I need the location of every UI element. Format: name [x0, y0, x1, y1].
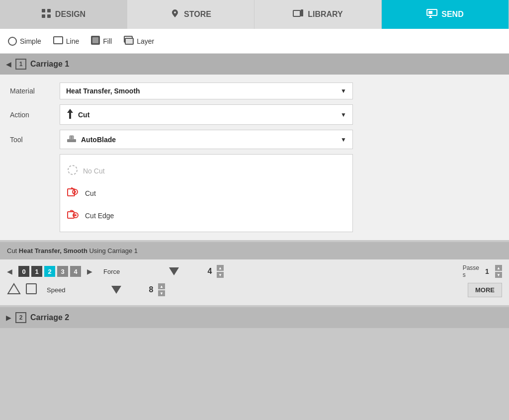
material-label: Material: [10, 87, 60, 95]
carriage2-header[interactable]: ▶ 2 Carriage 2: [0, 307, 509, 328]
nav-store-label: STORE: [184, 10, 211, 19]
tool-dropdown-arrow: ▼: [340, 136, 346, 143]
step-prev-arrow[interactable]: ◀: [7, 267, 12, 275]
carriage1-content: Material Heat Transfer, Smooth ▼ Action …: [0, 75, 509, 240]
action-dropdown-panel: No Cut Cut: [60, 154, 353, 232]
svg-rect-0: [42, 9, 45, 12]
speed-value: 8: [146, 285, 156, 294]
speed-slider[interactable]: [91, 286, 141, 294]
nav-send-label: SEND: [441, 10, 463, 19]
tool-value: AutoBlade: [81, 136, 116, 144]
material-row: Material Heat Transfer, Smooth ▼: [10, 83, 499, 99]
passes-value: 1: [482, 267, 492, 275]
subnav-line[interactable]: Line: [53, 36, 79, 46]
svg-point-22: [75, 214, 77, 216]
tool-select[interactable]: AutoBlade ▼: [60, 130, 353, 149]
material-value: Heat Transfer, Smooth: [66, 87, 140, 95]
carriage2-number: 2: [15, 312, 26, 323]
dropdown-cut[interactable]: Cut: [60, 182, 352, 204]
action-value: Cut: [78, 111, 89, 119]
passes-label: Passes: [463, 264, 479, 279]
force-label: Force: [103, 268, 143, 275]
passes-down-btn[interactable]: ▼: [495, 272, 502, 278]
force-slider[interactable]: [149, 267, 199, 275]
carriage1-header[interactable]: ◀ 1 Carriage 1: [0, 54, 509, 75]
nav-library[interactable]: LIBRARY: [254, 0, 382, 29]
action-dropdown-arrow: ▼: [340, 111, 346, 118]
store-icon: [170, 8, 180, 21]
svg-rect-24: [26, 284, 36, 294]
carriage1-number: 1: [15, 59, 26, 70]
step-4[interactable]: 4: [70, 266, 81, 277]
carriage2-title: Carriage 2: [30, 313, 69, 322]
more-button[interactable]: MORE: [468, 283, 502, 297]
circle-icon: [8, 37, 17, 46]
layer-icon: [124, 36, 134, 46]
svg-rect-1: [47, 9, 51, 12]
status-bold: Heat Transfer, Smooth: [19, 247, 87, 254]
carriage1-title: Carriage 1: [30, 60, 69, 69]
status-prefix: Cut: [7, 247, 19, 254]
action-label: Action: [10, 111, 60, 119]
top-nav: DESIGN STORE LIBRARY: [0, 0, 509, 29]
dropdown-no-cut[interactable]: No Cut: [60, 160, 352, 182]
step-display: 0 1 2 3 4: [18, 266, 81, 277]
controls-top-row: ◀ 0 1 2 3 4 ▶ Force 4 ▲ ▼: [7, 264, 502, 279]
step-next-arrow[interactable]: ▶: [87, 267, 92, 275]
force-value-box: 4 ▲ ▼: [205, 265, 224, 278]
svg-marker-23: [8, 284, 20, 294]
fill-icon: [91, 36, 100, 46]
action-select[interactable]: Cut ▼: [60, 104, 353, 125]
material-dropdown-arrow: ▼: [340, 87, 346, 94]
carriage2-expand-arrow: ▶: [6, 314, 11, 322]
passes-group: Passes 1 ▲ ▼: [463, 264, 502, 279]
nav-store[interactable]: STORE: [127, 0, 254, 29]
nav-send[interactable]: SEND: [382, 0, 509, 29]
tool-label: Tool: [10, 136, 60, 144]
passes-spin: ▲ ▼: [495, 265, 502, 278]
svg-rect-12: [125, 38, 133, 44]
svg-rect-5: [301, 9, 303, 16]
grid-icon: [41, 8, 51, 21]
force-spin: ▲ ▼: [217, 265, 224, 278]
subnav-simple[interactable]: Simple: [8, 37, 41, 46]
subnav-layer-label: Layer: [137, 37, 154, 45]
speed-down-btn[interactable]: ▼: [158, 290, 165, 296]
dropdown-cut-edge[interactable]: Cut Edge: [60, 204, 352, 227]
force-slider-handle[interactable]: [169, 267, 179, 275]
speed-value-box: 8 ▲ ▼: [146, 283, 165, 296]
nav-design[interactable]: DESIGN: [0, 0, 127, 29]
no-cut-icon: [67, 165, 78, 177]
cut-edge-icon: [67, 209, 80, 222]
force-value: 4: [205, 267, 215, 276]
step-1[interactable]: 1: [31, 266, 42, 277]
svg-rect-3: [47, 14, 51, 18]
subnav-line-label: Line: [66, 37, 79, 45]
tool-row: Tool AutoBlade ▼: [10, 130, 499, 149]
subnav-fill[interactable]: Fill: [91, 36, 112, 46]
force-up-btn[interactable]: ▲: [217, 265, 224, 271]
status-bar: Cut Heat Transfer, Smooth Using Carriage…: [0, 242, 509, 259]
action-row: Action Cut ▼: [10, 104, 499, 125]
cut-label: Cut: [85, 189, 96, 197]
speed-slider-handle[interactable]: [111, 286, 121, 294]
force-down-btn[interactable]: ▼: [217, 272, 224, 278]
step-3[interactable]: 3: [57, 266, 68, 277]
app-container: DESIGN STORE LIBRARY: [0, 0, 509, 420]
subnav-layer[interactable]: Layer: [124, 36, 154, 46]
speed-spin: ▲ ▼: [158, 283, 165, 296]
svg-rect-8: [54, 37, 63, 44]
speed-up-btn[interactable]: ▲: [158, 283, 165, 289]
svg-point-19: [74, 191, 76, 193]
step-0[interactable]: 0: [18, 266, 29, 277]
nav-design-label: DESIGN: [55, 10, 85, 19]
material-select[interactable]: Heat Transfer, Smooth ▼: [60, 83, 353, 99]
step-2[interactable]: 2: [44, 266, 55, 277]
cut-edge-label: Cut Edge: [85, 212, 114, 220]
status-suffix: Using Carriage 1: [87, 247, 138, 254]
autoblade-icon: [66, 134, 77, 145]
line-icon: [53, 36, 63, 46]
nav-library-label: LIBRARY: [308, 10, 343, 19]
carriage1-collapse-arrow: ◀: [6, 60, 11, 68]
passes-up-btn[interactable]: ▲: [495, 265, 502, 271]
